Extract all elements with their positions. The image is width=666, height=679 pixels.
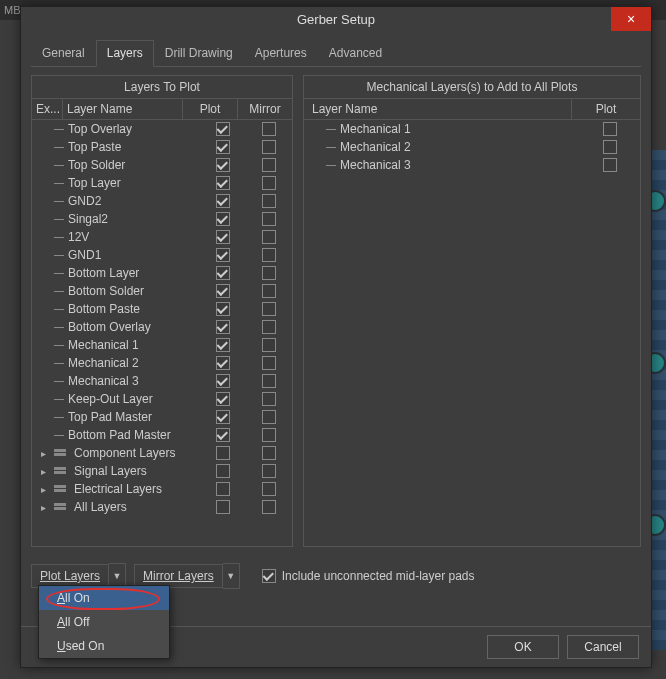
table-row[interactable]: Bottom Paste xyxy=(32,300,292,318)
tab-apertures[interactable]: Apertures xyxy=(244,40,318,67)
layer-name: Electrical Layers xyxy=(72,482,200,496)
mirror-checkbox[interactable] xyxy=(262,320,276,334)
plot-checkbox[interactable] xyxy=(216,122,230,136)
mirror-checkbox[interactable] xyxy=(262,374,276,388)
table-row[interactable]: GND1 xyxy=(32,246,292,264)
mirror-checkbox[interactable] xyxy=(262,338,276,352)
mirror-checkbox[interactable] xyxy=(262,284,276,298)
expand-icon[interactable]: ▸ xyxy=(32,484,54,495)
plot-checkbox[interactable] xyxy=(216,320,230,334)
mirror-checkbox[interactable] xyxy=(262,158,276,172)
plot-checkbox[interactable] xyxy=(216,464,230,478)
plot-checkbox[interactable] xyxy=(216,338,230,352)
table-row[interactable]: Bottom Solder xyxy=(32,282,292,300)
plot-checkbox[interactable] xyxy=(216,248,230,262)
table-row[interactable]: ▸All Layers xyxy=(32,498,292,516)
mirror-checkbox[interactable] xyxy=(262,356,276,370)
col-layer-name[interactable]: Layer Name xyxy=(304,99,572,119)
table-row[interactable]: Top Layer xyxy=(32,174,292,192)
expand-icon[interactable]: ▸ xyxy=(32,466,54,477)
plot-checkbox[interactable] xyxy=(216,356,230,370)
tab-drill-drawing[interactable]: Drill Drawing xyxy=(154,40,244,67)
table-row[interactable]: ▸Signal Layers xyxy=(32,462,292,480)
mirror-checkbox[interactable] xyxy=(262,428,276,442)
table-row[interactable]: Mechanical 1 xyxy=(32,336,292,354)
plot-checkbox[interactable] xyxy=(216,158,230,172)
mirror-checkbox[interactable] xyxy=(262,266,276,280)
mirror-checkbox[interactable] xyxy=(262,464,276,478)
expand-icon[interactable]: ▸ xyxy=(32,502,54,513)
table-row[interactable]: 12V xyxy=(32,228,292,246)
cancel-button[interactable]: Cancel xyxy=(567,635,639,659)
plot-checkbox[interactable] xyxy=(603,158,617,172)
plot-checkbox[interactable] xyxy=(216,482,230,496)
mirror-checkbox[interactable] xyxy=(262,392,276,406)
table-row[interactable]: Mechanical 3 xyxy=(304,156,640,174)
plot-checkbox[interactable] xyxy=(216,374,230,388)
plot-checkbox[interactable] xyxy=(216,392,230,406)
table-row[interactable]: ▸Component Layers xyxy=(32,444,292,462)
col-ex[interactable]: Ex... xyxy=(32,99,63,119)
layer-name: Top Overlay xyxy=(66,122,200,136)
plot-checkbox[interactable] xyxy=(216,230,230,244)
col-mirror[interactable]: Mirror xyxy=(238,99,292,119)
table-row[interactable]: Mechanical 3 xyxy=(32,372,292,390)
tree-connector-icon xyxy=(54,345,64,346)
menu-item-all-off[interactable]: All Off xyxy=(39,610,169,634)
table-row[interactable]: Singal2 xyxy=(32,210,292,228)
table-row[interactable]: Top Overlay xyxy=(32,120,292,138)
table-row[interactable]: GND2 xyxy=(32,192,292,210)
include-unconnected-checkbox[interactable]: Include unconnected mid-layer pads xyxy=(262,569,475,583)
menu-item-all-on[interactable]: All On xyxy=(39,586,169,610)
plot-checkbox[interactable] xyxy=(216,410,230,424)
table-row[interactable]: Bottom Overlay xyxy=(32,318,292,336)
plot-checkbox[interactable] xyxy=(216,446,230,460)
dialog-titlebar[interactable]: Gerber Setup × xyxy=(21,7,651,31)
mirror-checkbox[interactable] xyxy=(262,140,276,154)
mirror-checkbox[interactable] xyxy=(262,446,276,460)
tab-advanced[interactable]: Advanced xyxy=(318,40,393,67)
plot-checkbox[interactable] xyxy=(216,302,230,316)
plot-checkbox[interactable] xyxy=(216,194,230,208)
mirror-checkbox[interactable] xyxy=(262,122,276,136)
expand-icon[interactable]: ▸ xyxy=(32,448,54,459)
table-row[interactable]: Mechanical 1 xyxy=(304,120,640,138)
col-plot[interactable]: Plot xyxy=(572,99,640,119)
tab-layers[interactable]: Layers xyxy=(96,40,154,67)
table-row[interactable]: Bottom Pad Master xyxy=(32,426,292,444)
table-row[interactable]: Keep-Out Layer xyxy=(32,390,292,408)
plot-checkbox[interactable] xyxy=(216,284,230,298)
table-row[interactable]: ▸Electrical Layers xyxy=(32,480,292,498)
mirror-checkbox[interactable] xyxy=(262,248,276,262)
mirror-checkbox[interactable] xyxy=(262,482,276,496)
mirror-checkbox[interactable] xyxy=(262,500,276,514)
tab-general[interactable]: General xyxy=(31,40,96,67)
table-row[interactable]: Top Pad Master xyxy=(32,408,292,426)
table-row[interactable]: Top Paste xyxy=(32,138,292,156)
mirror-checkbox[interactable] xyxy=(262,410,276,424)
plot-checkbox[interactable] xyxy=(216,500,230,514)
dialog-close-button[interactable]: × xyxy=(611,7,651,31)
plot-checkbox[interactable] xyxy=(603,122,617,136)
table-row[interactable]: Bottom Layer xyxy=(32,264,292,282)
col-layer-name[interactable]: Layer Name xyxy=(63,99,183,119)
menu-item-used-on[interactable]: Used On xyxy=(39,634,169,658)
plot-checkbox[interactable] xyxy=(603,140,617,154)
table-row[interactable]: Mechanical 2 xyxy=(304,138,640,156)
plot-checkbox[interactable] xyxy=(216,428,230,442)
mirror-checkbox[interactable] xyxy=(262,194,276,208)
mirror-checkbox[interactable] xyxy=(262,302,276,316)
ok-button[interactable]: OK xyxy=(487,635,559,659)
layers-to-plot-rows: Top OverlayTop PasteTop SolderTop LayerG… xyxy=(32,120,292,516)
mirror-checkbox[interactable] xyxy=(262,176,276,190)
chevron-down-icon[interactable]: ▼ xyxy=(223,563,240,589)
table-row[interactable]: Mechanical 2 xyxy=(32,354,292,372)
plot-checkbox[interactable] xyxy=(216,140,230,154)
mirror-checkbox[interactable] xyxy=(262,212,276,226)
col-plot[interactable]: Plot xyxy=(183,99,238,119)
plot-checkbox[interactable] xyxy=(216,212,230,226)
plot-checkbox[interactable] xyxy=(216,176,230,190)
mirror-checkbox[interactable] xyxy=(262,230,276,244)
plot-checkbox[interactable] xyxy=(216,266,230,280)
table-row[interactable]: Top Solder xyxy=(32,156,292,174)
